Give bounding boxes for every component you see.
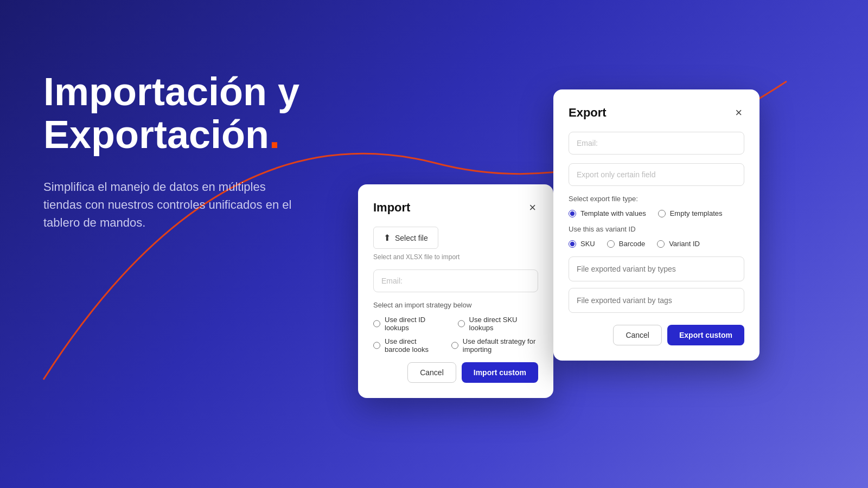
export-close-button[interactable]: × (733, 105, 744, 121)
title-line1: Importación y (43, 70, 299, 113)
main-heading: Importación y Exportación. (43, 70, 304, 156)
export-field-input[interactable] (569, 163, 744, 186)
export-email-input[interactable] (569, 132, 744, 155)
export-modal-header: Export × (569, 105, 744, 121)
variant-id-label-sku: SKU (580, 240, 595, 248)
export-variant-tags-input[interactable] (569, 288, 744, 313)
variant-id-radio-sku[interactable] (569, 240, 576, 248)
subtitle-text: Simplifica el manejo de datos en múltipl… (43, 178, 304, 232)
import-modal: Import × ⬆ Select file Select and XLSX f… (358, 184, 553, 398)
import-modal-title: Import (373, 201, 410, 215)
select-file-button[interactable]: ⬆ Select file (373, 227, 438, 249)
select-file-label: Select file (395, 234, 428, 242)
variant-id-option-sku[interactable]: SKU (569, 240, 595, 248)
variant-id-option-variant[interactable]: Variant ID (657, 240, 700, 248)
variant-id-radio-barcode[interactable] (607, 240, 615, 248)
file-type-radio-1[interactable] (569, 210, 576, 217)
strategy-option-3[interactable]: Use direct barcode looks (373, 337, 441, 354)
strategy-radio-1[interactable] (373, 320, 380, 328)
export-variant-id-group: SKU Barcode Variant ID (569, 240, 744, 248)
import-close-button[interactable]: × (527, 200, 538, 216)
file-type-label-1: Template with values (580, 209, 646, 217)
export-modal-footer: Cancel Export custom (569, 325, 744, 345)
export-modal: Export × Select export file type: Templa… (553, 89, 760, 361)
import-hint-text: Select and XLSX file to import (373, 253, 538, 261)
upload-icon: ⬆ (384, 233, 391, 243)
import-submit-button[interactable]: Import custom (462, 362, 538, 383)
strategy-label-2: Use direct SKU lookups (469, 316, 538, 332)
import-strategy-label: Select an import strategy below (373, 301, 538, 309)
strategy-radio-4[interactable] (451, 342, 458, 349)
strategy-radio-2[interactable] (458, 320, 465, 328)
variant-id-radio-variant[interactable] (657, 240, 665, 248)
export-variant-types-input[interactable] (569, 256, 744, 281)
import-strategy-row-1: Use direct ID lookups Use direct SKU loo… (373, 316, 538, 332)
import-strategy-row-2: Use direct barcode looks Use default str… (373, 337, 538, 354)
export-file-type-label: Select export file type: (569, 195, 744, 203)
export-cancel-button[interactable]: Cancel (613, 325, 662, 345)
title-line2: Exportación (43, 113, 269, 156)
orange-dot: . (269, 113, 280, 156)
import-cancel-button[interactable]: Cancel (407, 362, 456, 383)
variant-id-label-barcode: Barcode (619, 240, 645, 248)
strategy-option-4[interactable]: Use default strategy for importing (451, 337, 538, 354)
file-type-radio-2[interactable] (658, 210, 666, 217)
import-modal-header: Import × (373, 200, 538, 216)
import-email-input[interactable] (373, 269, 538, 292)
export-modal-title: Export (569, 106, 607, 120)
export-submit-button[interactable]: Export custom (667, 325, 744, 345)
variant-id-option-barcode[interactable]: Barcode (607, 240, 645, 248)
file-type-option-2[interactable]: Empty templates (658, 209, 723, 217)
import-strategy-group: Use direct ID lookups Use direct SKU loo… (373, 316, 538, 354)
strategy-label-1: Use direct ID lookups (385, 316, 447, 332)
strategy-radio-3[interactable] (373, 342, 380, 349)
export-variant-id-label: Use this as variant ID (569, 225, 744, 233)
strategy-label-4: Use default strategy for importing (463, 337, 538, 354)
import-modal-footer: Cancel Import custom (373, 362, 538, 383)
strategy-label-3: Use direct barcode looks (385, 337, 441, 354)
strategy-option-1[interactable]: Use direct ID lookups (373, 316, 447, 332)
export-file-type-group: Template with values Empty templates (569, 209, 744, 217)
strategy-option-2[interactable]: Use direct SKU lookups (458, 316, 538, 332)
file-type-option-1[interactable]: Template with values (569, 209, 646, 217)
variant-id-label-variant: Variant ID (669, 240, 700, 248)
file-type-label-2: Empty templates (670, 209, 723, 217)
